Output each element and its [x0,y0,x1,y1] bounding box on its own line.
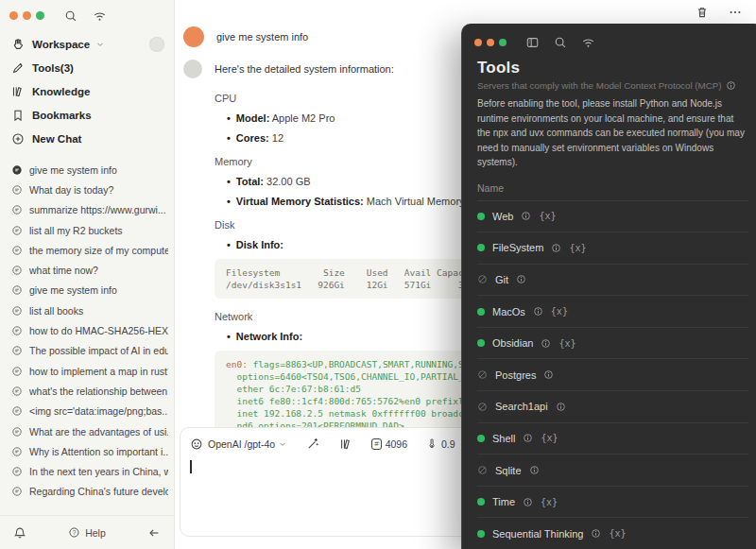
tool-enabled-dot [477,435,485,442]
tool-enabled-dot [477,339,485,347]
help-button[interactable]: ? Help [68,526,106,539]
traffic-light-close[interactable] [9,11,18,20]
traffic-light-close[interactable] [474,39,482,46]
tools-list: Web{x}FileSystem{x}GitMacOs{x}Obsidian{x… [477,201,748,549]
traffic-light-minimize[interactable] [487,39,494,46]
assistant-avatar [183,60,202,78]
chat-bubble-icon [11,386,23,397]
history-item-label: the memory size of my computer [29,245,168,256]
chat-history-list: give me system infoWhat day is today?sum… [0,150,174,515]
vars-badge[interactable]: {x} [551,306,568,317]
history-item[interactable]: <img src='data:image/png;bas... [11,402,168,421]
vars-badge[interactable]: {x} [541,433,558,443]
sidebar-item-new-chat[interactable]: New Chat [11,127,164,150]
info-icon[interactable] [556,402,566,412]
chat-bubble-icon [11,184,23,196]
tool-row[interactable]: Postgres [477,359,748,391]
chevron-down-icon [95,40,105,49]
sidebar-item-label: Bookmarks [32,110,92,121]
history-item[interactable]: give me system info [11,160,168,180]
history-item[interactable]: Regarding China's future develo... [11,482,168,502]
tool-row[interactable]: FileSystem{x} [477,232,748,265]
tool-name: Web [492,211,513,222]
info-icon[interactable] [516,274,526,284]
tools-panel-subtitle: Servers that comply with the Model Conte… [477,80,722,91]
traffic-light-zoom[interactable] [36,11,44,20]
sidebar-toggle-icon[interactable] [525,36,540,49]
info-icon[interactable] [541,338,551,349]
knowledge-books-icon[interactable] [339,437,352,451]
vars-badge[interactable]: {x} [609,528,626,539]
tool-row[interactable]: Shell{x} [477,423,748,455]
bell-icon[interactable] [13,526,26,540]
max-tokens-control[interactable]: # 4096 [371,438,407,450]
tool-row[interactable]: Search1api [477,391,748,423]
info-icon[interactable] [551,243,561,253]
chat-bubble-icon [11,446,23,457]
chat-actions [696,6,742,19]
sidebar-item-label: Workspace [32,39,90,50]
model-selector[interactable]: OpenAI /gpt-4o [190,437,287,451]
history-item[interactable]: summarize https://www.gurwi... [11,200,168,220]
tool-row[interactable]: Time{x} [477,487,748,519]
history-item[interactable]: The possible impact of AI in edu... [11,341,168,361]
info-icon[interactable] [523,497,533,507]
info-icon[interactable] [529,465,540,475]
bullet-dot: • [227,132,231,144]
traffic-light-minimize[interactable] [23,11,31,20]
workspace-icon [11,38,25,51]
wifi-icon[interactable] [581,36,595,49]
history-item[interactable]: how to implement a map in rust? [11,361,168,381]
temperature-control[interactable]: 0.9 [426,437,455,450]
history-item-label: what time now? [29,265,98,276]
history-item[interactable]: What are the advantages of usi... [11,421,168,441]
info-icon[interactable] [591,528,601,539]
info-icon[interactable] [543,369,554,380]
bookmarks-icon [11,109,25,122]
tool-row[interactable]: MacOs{x} [477,296,748,328]
tools-toggle-icon[interactable] [306,437,320,451]
tool-row[interactable]: Sequential Thinking{x} [477,518,748,549]
history-item-label: In the next ten years in China, w... [29,466,168,477]
history-item[interactable]: list all my R2 buckets [11,220,168,240]
info-icon[interactable] [726,80,736,91]
tools-panel-description: Before enabling the tool, please install… [477,96,748,170]
history-item[interactable]: give me system info [11,281,168,300]
history-item[interactable]: In the next ten years in China, w... [11,461,168,481]
history-item[interactable]: What day is today? [11,180,168,199]
history-item[interactable]: what's the relationship between... [11,381,168,401]
sidebar-item-label: Knowledge [32,86,90,97]
bullet-text: Network Info: [236,331,302,342]
sidebar-item-bookmarks[interactable]: Bookmarks [11,103,164,127]
vars-badge[interactable]: {x} [539,211,556,221]
vars-badge[interactable]: {x} [541,497,558,507]
sidebar-item-tools[interactable]: Tools(3) [11,56,164,79]
traffic-light-zoom[interactable] [499,39,507,46]
search-icon[interactable] [554,36,567,49]
bullet-dot: • [227,331,231,342]
history-item[interactable]: Why is Attention so important i... [11,441,168,461]
tool-name: Postgres [495,369,536,381]
history-item[interactable]: the memory size of my computer [11,240,168,260]
tool-enabled-dot [477,244,485,251]
vars-badge[interactable]: {x} [558,338,576,349]
sidebar-item-knowledge[interactable]: Knowledge [11,79,164,103]
info-icon[interactable] [533,306,543,317]
wifi-icon[interactable] [93,9,107,23]
tool-row[interactable]: Web{x} [477,201,748,233]
vars-badge[interactable]: {x} [569,243,586,253]
search-icon[interactable] [64,9,77,23]
history-item[interactable]: list all books [11,300,168,320]
sidebar-item-workspace[interactable]: Workspace [11,32,164,56]
tool-row[interactable]: Git [477,265,748,297]
tool-row[interactable]: Sqlite [477,455,748,487]
history-item[interactable]: how to do HMAC-SHA256-HEX i... [11,320,168,340]
info-icon[interactable] [523,433,533,443]
tool-row[interactable]: Obsidian{x} [477,328,748,360]
more-options-icon[interactable] [729,6,742,19]
info-icon[interactable] [521,211,531,221]
history-item-label: give me system info [29,164,117,176]
history-item[interactable]: what time now? [11,260,168,280]
collapse-sidebar-icon[interactable] [147,526,161,540]
delete-chat-icon[interactable] [696,6,709,19]
